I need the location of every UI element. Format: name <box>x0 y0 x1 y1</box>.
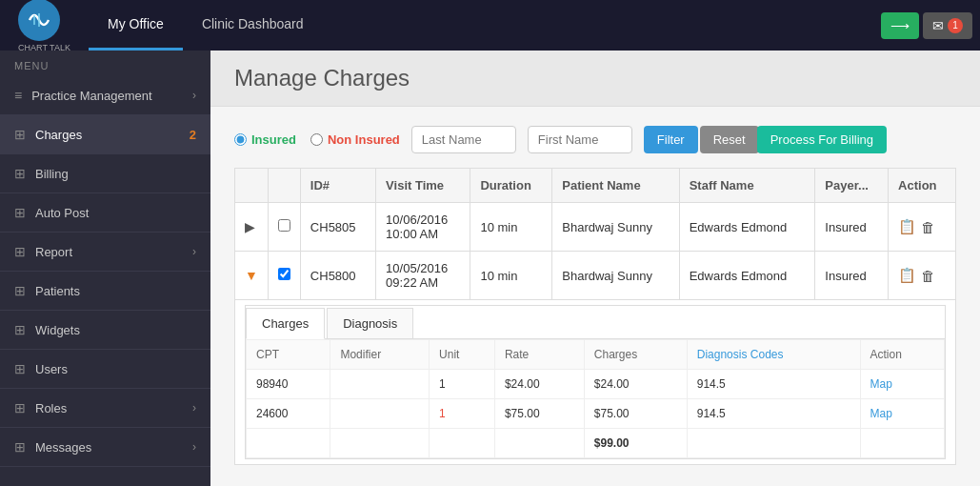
sidebar-item-messages-arrow: › <box>192 440 196 454</box>
sub-panel: Charges Diagnosis CPT Modifier Unit <box>245 305 946 459</box>
sidebar-item-report-label: Report <box>35 245 192 259</box>
expand-button[interactable]: ▶ <box>245 219 255 234</box>
filter-button[interactable]: Filter <box>644 126 698 153</box>
row-visittime-2: 10/05/201609:22 AM <box>376 252 470 300</box>
sidebar-item-users-icon: ⊞ <box>14 361 26 376</box>
sub-action-map-2[interactable]: Map <box>860 399 944 429</box>
logo-text: CHART TALK <box>18 43 70 52</box>
sub-col-modifier: Modifier <box>330 340 430 370</box>
nav-right: ⟶ ✉ 1 <box>881 12 980 39</box>
delete-icon-button[interactable]: 🗑 <box>921 219 935 235</box>
radio-insured-input[interactable] <box>234 133 247 146</box>
sidebar-item-billing-label: Billing <box>35 167 196 181</box>
sidebar-item-widgets[interactable]: ⊞ Widgets <box>0 311 210 350</box>
sidebar-item-users[interactable]: ⊞ Users <box>0 350 210 389</box>
sidebar-item-messages[interactable]: ⊞ Messages › <box>0 428 210 467</box>
sub-unit-1: 1 <box>430 370 495 399</box>
sidebar-item-widgets-icon: ⊞ <box>14 322 26 337</box>
mail-button[interactable]: ✉ 1 <box>923 12 972 39</box>
nav-tab-clinicdashboard[interactable]: Clinic Dashboard <box>183 0 323 51</box>
col-header-staffname: Staff Name <box>679 169 815 203</box>
col-header-expand <box>235 169 269 203</box>
expanded-cell: Charges Diagnosis CPT Modifier Unit <box>235 300 956 465</box>
sub-col-action: Action <box>860 340 944 370</box>
sub-total-empty-5 <box>687 429 860 458</box>
sub-total-empty-2 <box>330 429 430 458</box>
sidebar-item-patients-icon: ⊞ <box>14 283 26 298</box>
expand-button-2[interactable]: ▼ <box>245 268 258 283</box>
sub-action-map-1[interactable]: Map <box>860 370 944 399</box>
row-duration: 10 min <box>470 203 552 252</box>
sidebar-item-practice-management-arrow: › <box>192 89 196 102</box>
sub-total-amount: $99.00 <box>584 429 687 458</box>
checkbox-cell-2 <box>268 252 300 300</box>
sidebar: MENU ≡ Practice Management › ⊞ Charges 2… <box>0 51 210 486</box>
sidebar-item-charges-badge: 2 <box>190 128 196 142</box>
row-checkbox-2[interactable] <box>278 268 290 280</box>
col-header-payer: Payer... <box>815 169 889 203</box>
content-inner: Insured Non Insured Filter Reset Process… <box>210 107 980 484</box>
row-staffname: Edwards Edmond <box>679 203 815 252</box>
top-nav: CHART TALK My Office Clinic Dashboard ⟶ … <box>0 0 980 51</box>
reset-button[interactable]: Reset <box>700 126 759 153</box>
sub-table-total-row: $99.00 <box>247 429 945 458</box>
sidebar-item-patients[interactable]: ⊞ Patients <box>0 272 210 311</box>
table-row: ▼ CH5800 10/05/201609:22 AM 10 min Bhard… <box>235 252 956 300</box>
sidebar-item-billing[interactable]: ⊞ Billing <box>0 154 210 193</box>
row-action-2: 📋 🗑 <box>889 252 956 300</box>
sidebar-item-report[interactable]: ⊞ Report › <box>0 233 210 272</box>
mail-badge: 1 <box>948 18 963 33</box>
sub-col-cpt: CPT <box>247 340 330 370</box>
sidebar-item-roles-label: Roles <box>35 401 192 415</box>
row-payer: Insured <box>815 203 889 252</box>
sidebar-item-charges[interactable]: ⊞ Charges 2 <box>0 115 210 154</box>
sidebar-item-autopost[interactable]: ⊞ Auto Post <box>0 193 210 233</box>
action-icons-2: 📋 🗑 <box>898 267 946 284</box>
sub-tabs: Charges Diagnosis <box>246 306 945 339</box>
radio-group: Insured Non Insured <box>234 132 400 147</box>
expanded-row: Charges Diagnosis CPT Modifier Unit <box>235 300 956 465</box>
sidebar-item-practice-management-label: Practice Management <box>31 89 192 103</box>
sub-cpt-2: 24600 <box>247 399 330 429</box>
sub-total-empty-4 <box>494 429 584 458</box>
sub-charges-1: $24.00 <box>584 370 687 399</box>
sidebar-item-charges-label: Charges <box>35 128 186 142</box>
copy-icon-button[interactable]: 📋 <box>898 218 916 235</box>
col-header-visittime: Visit Time <box>376 169 470 203</box>
main-layout: MENU ≡ Practice Management › ⊞ Charges 2… <box>0 51 980 486</box>
process-billing-button[interactable]: Process For Billing <box>757 126 887 153</box>
radio-insured[interactable]: Insured <box>234 132 296 147</box>
row-checkbox[interactable] <box>278 219 290 232</box>
col-header-patientname: Patient Name <box>552 169 679 203</box>
lastname-input[interactable] <box>411 126 516 153</box>
logo-icon <box>18 0 60 41</box>
sub-col-charges: Charges <box>584 340 687 370</box>
row-id-2: CH5800 <box>300 252 375 300</box>
radio-noninsured-input[interactable] <box>310 133 323 146</box>
sub-col-rate: Rate <box>494 340 584 370</box>
nav-tab-myoffice[interactable]: My Office <box>89 0 183 51</box>
sidebar-item-roles-arrow: › <box>192 401 196 415</box>
sub-diagnosis-1: 914.5 <box>687 370 860 399</box>
sub-table-row: 24600 1 $75.00 $75.00 914.5 Map <box>247 399 945 429</box>
sub-tab-charges[interactable]: Charges <box>246 308 325 339</box>
sub-rate-2: $75.00 <box>494 399 584 429</box>
firstname-input[interactable] <box>528 126 632 153</box>
row-payer-2: Insured <box>815 252 889 300</box>
copy-icon-button-2[interactable]: 📋 <box>898 267 916 284</box>
radio-noninsured-label: Non Insured <box>328 132 400 147</box>
sub-tab-diagnosis[interactable]: Diagnosis <box>327 308 413 338</box>
row-patientname: Bhardwaj Sunny <box>552 203 679 252</box>
sidebar-item-practice-management[interactable]: ≡ Practice Management › <box>0 76 210 115</box>
sub-cpt-1: 98940 <box>247 370 330 399</box>
action-button[interactable]: ⟶ <box>881 12 919 39</box>
delete-icon-button-2[interactable]: 🗑 <box>921 268 935 284</box>
sidebar-item-roles[interactable]: ⊞ Roles › <box>0 389 210 428</box>
radio-noninsured[interactable]: Non Insured <box>310 132 400 147</box>
col-header-checkbox <box>268 169 300 203</box>
sidebar-item-messages-label: Messages <box>35 440 192 455</box>
row-id: CH5805 <box>300 203 375 252</box>
sidebar-item-messages-icon: ⊞ <box>14 439 26 455</box>
logo-area: CHART TALK <box>0 0 89 51</box>
sidebar-item-widgets-label: Widgets <box>35 323 196 337</box>
